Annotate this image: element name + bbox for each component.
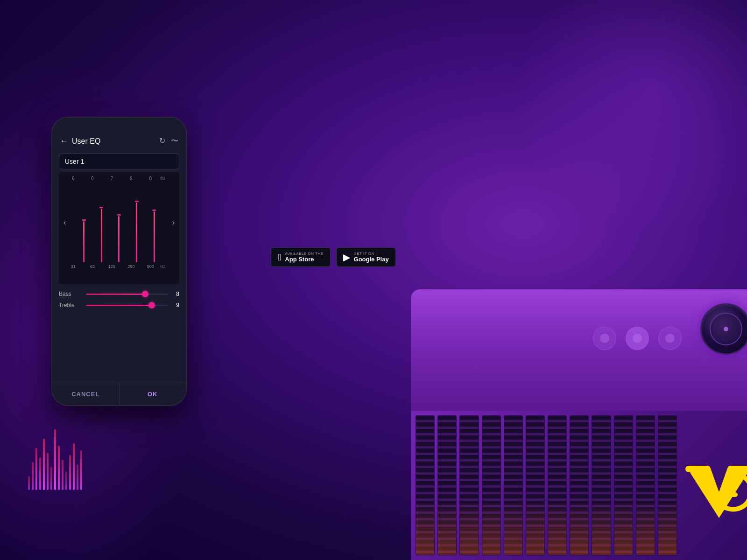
eq-bars-area: ‹: [63, 183, 175, 262]
wave-bar-3: [35, 448, 37, 490]
bass-row: Bass 8: [59, 291, 179, 297]
eq-db-value-1: 6: [63, 176, 83, 181]
eq-hz-labels: 31 62 125 250 500 Hz: [63, 262, 175, 269]
google-play-name: Google Play: [354, 256, 389, 263]
slider-section: Bass 8 Treble 9: [52, 287, 186, 317]
wave-bar-4: [39, 457, 41, 490]
back-arrow-icon[interactable]: ←: [60, 136, 68, 146]
phone-action-buttons: CANCEL OK: [52, 383, 186, 405]
treble-slider-track[interactable]: [86, 305, 168, 306]
google-play-icon: ▶: [343, 252, 350, 263]
eq-nav-left-icon[interactable]: ‹: [63, 218, 66, 227]
sound-wave-visualization: [28, 397, 82, 490]
wave-bar-8: [54, 429, 56, 490]
google-play-text: GET IT ON Google Play: [354, 252, 389, 263]
eq-bar-5[interactable]: [154, 211, 155, 262]
grille-vent-4: [482, 415, 501, 555]
treble-value: 9: [172, 302, 179, 308]
app-store-text: Available on the App Store: [285, 252, 323, 263]
user-preset-input[interactable]: User 1: [59, 154, 179, 169]
grille-vent-10: [614, 415, 633, 555]
wave-bar-11: [65, 471, 67, 490]
eq-hz-value-3: 125: [102, 264, 121, 269]
eq-db-value-2: 8: [83, 176, 102, 181]
speaker-btn-2-inner: [633, 334, 642, 343]
eq-db-value-3: 7: [102, 176, 121, 181]
grille-vent-8: [570, 415, 589, 555]
wave-bar-2: [32, 462, 34, 490]
speaker-btn-1[interactable]: [593, 327, 616, 350]
wave-bar-14: [77, 464, 78, 490]
header-icons: ↻ 〜: [159, 136, 178, 146]
wave-bar-5: [43, 439, 45, 490]
grille-vent-2: [437, 415, 457, 555]
waveform-icon[interactable]: 〜: [171, 136, 178, 146]
phone-mockup: ← User EQ ↻ 〜 User 1 6 8 7 9 8 dB: [51, 117, 187, 406]
grille-vent-7: [548, 415, 567, 555]
eq-hz-value-1: 31: [63, 264, 83, 269]
wave-bar-9: [58, 446, 60, 490]
google-play-available-label: GET IT ON: [354, 252, 389, 256]
eq-bar-1[interactable]: [83, 221, 85, 262]
wave-bar-12: [69, 455, 71, 490]
app-store-buttons:  Available on the App Store ▶ GET IT ON…: [271, 247, 396, 267]
eq-bars: [68, 188, 170, 262]
bass-slider-track[interactable]: [86, 294, 168, 295]
eq-hz-value-2: 62: [83, 264, 102, 269]
eq-bar-1-wrapper: [83, 188, 85, 262]
apple-icon: : [278, 252, 281, 263]
eq-nav-right-icon[interactable]: ›: [172, 218, 175, 227]
refresh-icon[interactable]: ↻: [159, 136, 165, 146]
ok-button[interactable]: OK: [120, 383, 186, 405]
grille-vent-3: [459, 415, 479, 555]
eq-bar-4-wrapper: [136, 188, 137, 262]
wave-bar-6: [47, 453, 49, 490]
grille-vent-9: [592, 415, 611, 555]
eq-db-value-4: 9: [121, 176, 141, 181]
eq-bar-2-wrapper: [101, 188, 102, 262]
speaker-grille: [411, 411, 682, 560]
eq-db-unit: dB: [160, 176, 165, 181]
bass-value: 8: [172, 291, 179, 297]
speaker-top-panel: [411, 289, 747, 411]
treble-slider-thumb: [148, 302, 155, 308]
header-left: ← User EQ: [60, 136, 100, 146]
treble-row: Treble 9: [59, 302, 179, 308]
eq-display: 6 8 7 9 8 dB ‹: [59, 172, 179, 284]
speaker-btn-2[interactable]: [626, 327, 649, 350]
eq-hz-unit: Hz: [160, 264, 165, 269]
eq-bar-4[interactable]: [136, 203, 137, 262]
volume-knob[interactable]: [700, 303, 747, 355]
google-play-button[interactable]: ▶ GET IT ON Google Play: [336, 247, 396, 267]
eq-bar-2[interactable]: [101, 209, 102, 262]
speaker-device: [402, 233, 747, 560]
speaker-btn-3[interactable]: [658, 327, 682, 350]
eq-bar-3-wrapper: [118, 188, 120, 262]
grille-vent-1: [416, 415, 435, 555]
eq-db-labels: 6 8 7 9 8 dB: [63, 176, 175, 183]
app-store-name: App Store: [285, 256, 323, 263]
speaker-body: [411, 289, 747, 560]
app-store-available-label: Available on the: [285, 252, 323, 256]
grille-vent-12: [658, 415, 677, 555]
wave-bar-10: [62, 460, 63, 490]
bass-slider-fill: [86, 294, 145, 295]
phone-screen: ← User EQ ↻ 〜 User 1 6 8 7 9 8 dB: [52, 118, 186, 405]
cancel-button[interactable]: CANCEL: [52, 383, 120, 405]
wave-bar-13: [73, 443, 75, 490]
speaker-logo: [682, 457, 747, 523]
speaker-btn-3-inner: [665, 334, 675, 343]
eq-hz-value-5: 500: [141, 264, 160, 269]
grille-vent-11: [636, 415, 655, 555]
eq-hz-value-4: 250: [121, 264, 141, 269]
app-store-button[interactable]:  Available on the App Store: [271, 247, 331, 267]
treble-slider-fill: [86, 305, 152, 306]
bass-slider-thumb: [142, 291, 148, 297]
grille-vent-5: [504, 415, 523, 555]
speaker-btn-1-inner: [600, 334, 609, 343]
eq-bar-3[interactable]: [118, 216, 120, 262]
bass-label: Bass: [59, 291, 82, 297]
screen-title: User EQ: [72, 137, 100, 146]
wave-bar-7: [50, 467, 52, 490]
wave-bar-15: [80, 450, 82, 490]
